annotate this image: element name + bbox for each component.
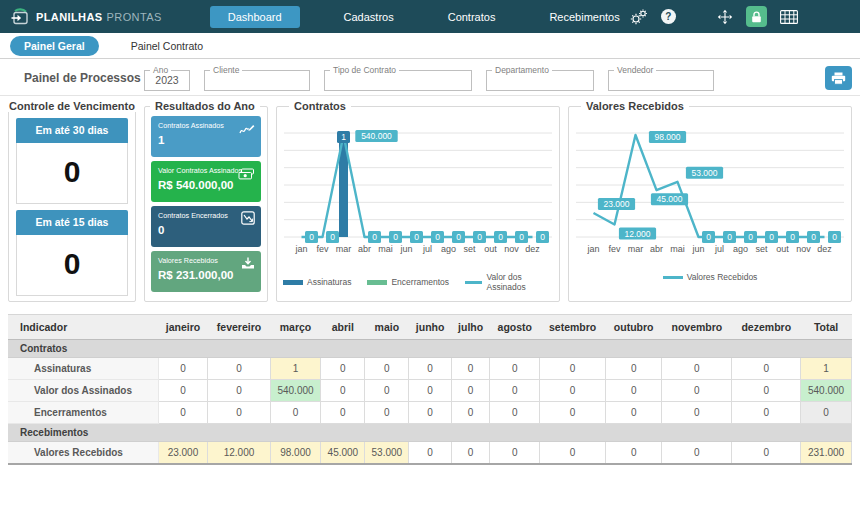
column-header: julho <box>451 315 489 340</box>
value-cell: 0 <box>409 358 452 380</box>
svg-text:540.000: 540.000 <box>361 131 392 141</box>
value-cell: 53.000 <box>365 442 409 465</box>
legend-item: Encerramentos <box>367 272 449 292</box>
value-cell: 540.000 <box>270 380 321 402</box>
column-header: maio <box>365 315 409 340</box>
help-icon[interactable]: ? <box>661 9 676 24</box>
value-cell: 0 <box>490 380 540 402</box>
valores-recebidos-chart-legend: Valores Recebidos <box>575 272 845 282</box>
svg-text:jul: jul <box>714 244 724 254</box>
svg-text:0: 0 <box>519 232 524 242</box>
svg-text:0: 0 <box>748 232 753 242</box>
value-cell: 0 <box>732 380 801 402</box>
move-icon[interactable] <box>717 9 733 25</box>
legend-item: Valores Recebidos <box>663 272 758 282</box>
svg-text:0: 0 <box>727 232 732 242</box>
value-cell: 0 <box>158 402 208 424</box>
value-cell: 0 <box>365 358 409 380</box>
section-label: Recebimentos <box>8 424 852 442</box>
value-cell: 0 <box>662 402 732 424</box>
value-cell: 0 <box>409 380 452 402</box>
table-header-row: Indicadorjaneirofevereiromarçoabrilmaioj… <box>8 315 852 340</box>
value-cell: 0 <box>540 380 606 402</box>
contratos-chart: janfevmarabrmaijunjulagosetoutnovdez0054… <box>283 119 553 271</box>
svg-text:mar: mar <box>336 244 352 254</box>
value-cell: 23.000 <box>158 442 208 465</box>
svg-text:fev: fev <box>316 244 329 254</box>
svg-text:jan: jan <box>294 244 307 254</box>
svg-text:1: 1 <box>341 132 346 142</box>
value-cell: 0 <box>451 358 489 380</box>
tab-painel-contrato[interactable]: Painel Contrato <box>117 36 217 56</box>
print-button[interactable] <box>825 66 852 90</box>
column-header: agosto <box>490 315 540 340</box>
valores-recebidos-chart: janfevmarabrmaijunjulagosetoutnovdez23.0… <box>575 119 845 271</box>
svg-text:ago: ago <box>733 244 748 254</box>
table-row: Valor dos Assinados00540.000000000000540… <box>8 380 852 402</box>
value-cell: 0 <box>490 442 540 465</box>
filter-label-departamento: Departamento <box>492 65 552 75</box>
value-cell: 45.000 <box>321 442 365 465</box>
kpi-valor-contratos-assinados: Valor Contratos Assinados R$ 540.000,00 <box>151 161 261 202</box>
filter-label-cliente: Cliente <box>210 65 242 75</box>
value-cell: 1 <box>270 358 321 380</box>
svg-text:0: 0 <box>309 232 314 242</box>
value-cell: 0 <box>270 402 321 424</box>
signature-icon <box>239 121 255 139</box>
svg-text:jul: jul <box>422 244 432 254</box>
filter-field-departamento[interactable]: Departamento <box>486 70 594 91</box>
svg-text:out: out <box>776 244 789 254</box>
svg-text:mar: mar <box>628 244 644 254</box>
svg-text:0: 0 <box>811 232 816 242</box>
filter-fields: Ano 2023 Cliente Tipo de Contrato Depart… <box>144 66 714 91</box>
svg-text:0: 0 <box>477 232 482 242</box>
kpi-contratos-encerrados: Contratos Encerrados 0 <box>151 206 261 247</box>
row-label: Valor dos Assinados <box>8 380 158 402</box>
lock-icon[interactable] <box>746 6 767 27</box>
column-header: setembro <box>540 315 606 340</box>
valores-recebidos-chart-panel: Valores Recebidos janfevmarabrmaijunjula… <box>568 106 852 302</box>
filter-field-tipo-contrato[interactable]: Tipo de Contrato <box>324 70 472 91</box>
svg-text:0: 0 <box>540 232 545 242</box>
nav-cadastros[interactable]: Cadastros <box>334 6 404 28</box>
filter-field-cliente[interactable]: Cliente <box>204 70 310 91</box>
sub-nav: Painel Geral Painel Contrato <box>0 33 860 59</box>
legend-item: Assinaturas <box>283 272 351 292</box>
nav-dashboard[interactable]: Dashboard <box>210 6 300 28</box>
column-header: janeiro <box>158 315 208 340</box>
value-cell: 0 <box>732 442 801 465</box>
value-cell: 0 <box>321 380 365 402</box>
column-header: Indicador <box>8 315 158 340</box>
app-window: PLANILHAS PRONTAS Dashboard Cadastros Co… <box>0 0 860 465</box>
filter-field-vendedor[interactable]: Vendedor <box>608 70 714 91</box>
main-nav: Dashboard Cadastros Contratos Recebiment… <box>210 6 630 28</box>
svg-text:53.000: 53.000 <box>692 168 718 178</box>
svg-text:set: set <box>755 244 768 254</box>
svg-text:0: 0 <box>435 232 440 242</box>
value-cell: 540.000 <box>801 380 852 402</box>
kpi-value: 0 <box>158 224 254 236</box>
settings-gears-icon[interactable] <box>630 9 648 25</box>
value-cell: 0 <box>321 402 365 424</box>
filter-label-vendedor: Vendedor <box>614 65 656 75</box>
tab-painel-geral[interactable]: Painel Geral <box>10 36 99 56</box>
grid-icon[interactable] <box>780 10 798 24</box>
svg-text:0: 0 <box>414 232 419 242</box>
svg-text:mai: mai <box>378 244 393 254</box>
value-cell: 0 <box>158 358 208 380</box>
value-cell: 0 <box>662 380 732 402</box>
svg-text:0: 0 <box>706 232 711 242</box>
nav-recebimentos[interactable]: Recebimentos <box>539 6 629 28</box>
brand-logo[interactable]: PLANILHAS PRONTAS <box>10 8 162 26</box>
row-label: Assinaturas <box>8 358 158 380</box>
vencimento-card-label: Em até 30 dias <box>16 118 128 143</box>
kpi-value: R$ 231.000,00 <box>158 269 254 281</box>
value-cell: 0 <box>540 358 606 380</box>
column-header: março <box>270 315 321 340</box>
value-cell: 1 <box>801 358 852 380</box>
nav-contratos[interactable]: Contratos <box>438 6 506 28</box>
page-title: Painel de Processos <box>24 71 144 85</box>
filter-field-ano[interactable]: Ano 2023 <box>144 70 190 91</box>
svg-text:fev: fev <box>608 244 621 254</box>
indicator-table-wrap: Indicadorjaneirofevereiromarçoabrilmaioj… <box>8 314 852 465</box>
